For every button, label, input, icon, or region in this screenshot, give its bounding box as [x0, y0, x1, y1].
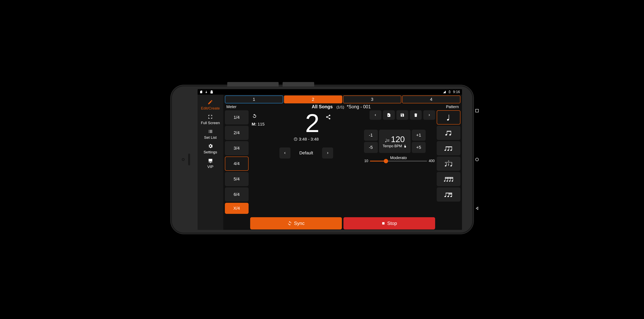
tempo-dec-1-button[interactable]: -1	[364, 130, 378, 141]
meter-custom[interactable]: X/4	[225, 203, 248, 214]
time-display: 3:48 - 3:48	[250, 137, 362, 142]
sdcard-icon	[200, 90, 203, 94]
song-save-button[interactable]	[396, 110, 408, 120]
sidebar-item-label: VIP	[207, 165, 214, 169]
clock-icon	[294, 137, 298, 141]
pattern-sixteenth[interactable]	[437, 172, 460, 186]
svg-rect-38	[445, 177, 453, 178]
meter-4-4[interactable]: 4/4	[225, 156, 248, 171]
nav-back-icon[interactable]	[475, 206, 479, 210]
android-nav-bar	[474, 86, 480, 233]
android-icon	[210, 90, 214, 94]
meter-label: Meter	[226, 104, 236, 109]
stop-button[interactable]: Stop	[344, 217, 435, 230]
svg-rect-39	[445, 178, 453, 179]
sidebar-item-label: Set List	[204, 136, 216, 140]
svg-rect-47	[448, 194, 452, 194]
svg-rect-24	[446, 146, 452, 147]
song-next-button[interactable]	[423, 110, 435, 120]
file-add-icon	[387, 113, 391, 117]
gear-icon	[208, 143, 213, 149]
svg-rect-10	[382, 222, 384, 224]
meter-2-4[interactable]: 2/4	[225, 126, 248, 140]
trash-icon	[414, 113, 418, 117]
sidebar-item-edit-create[interactable]: Edit/Create	[201, 100, 220, 110]
meter-3-4[interactable]: 3/4	[225, 141, 248, 155]
save-icon	[400, 113, 404, 117]
beat-row: 1 2 3 4	[225, 96, 460, 103]
svg-rect-17	[447, 131, 451, 132]
tempo-marking: Moderato	[390, 156, 407, 160]
svg-rect-12	[448, 115, 449, 120]
pattern-eighth-pair[interactable]	[437, 126, 460, 140]
song-new-button[interactable]	[383, 110, 395, 120]
svg-text:3: 3	[448, 160, 449, 162]
tempo-inc-1-button[interactable]: +1	[412, 130, 426, 141]
meter-1-4[interactable]: 1/4	[225, 110, 248, 124]
sidebar-item-settings[interactable]: Settings	[204, 143, 217, 154]
sidebar-item-full-screen[interactable]: Full Screen	[201, 114, 220, 125]
signal-icon	[443, 90, 446, 94]
battery-charging-icon	[448, 90, 451, 94]
meter-5-4[interactable]: 5/4	[225, 172, 248, 186]
set-next-button[interactable]	[322, 148, 333, 158]
nav-recent-icon[interactable]	[475, 108, 479, 113]
svg-point-1	[476, 158, 478, 161]
pattern-triplet-rest[interactable]: 3	[437, 156, 460, 171]
song-delete-button[interactable]	[410, 110, 422, 120]
current-beat-display: 2	[305, 110, 319, 136]
tempo-dec-5-button[interactable]: -5	[364, 142, 378, 153]
tempo-inc-5-button[interactable]: +5	[412, 142, 426, 153]
share-icon[interactable]	[326, 114, 331, 120]
beat-cell-1[interactable]: 1	[225, 96, 283, 103]
song-prev-button[interactable]	[370, 110, 382, 120]
svg-point-6	[329, 115, 330, 116]
quarter-note-icon	[446, 114, 451, 121]
stop-icon	[382, 221, 385, 225]
pattern-eighth-pair-2[interactable]	[437, 187, 460, 202]
reset-icon[interactable]	[252, 114, 257, 119]
pattern-quarter[interactable]	[437, 110, 460, 124]
chevron-right-icon	[428, 113, 430, 117]
eighth-pair-2-icon	[444, 192, 453, 198]
chevron-left-icon	[374, 113, 377, 117]
sidebar-item-label: Full Screen	[201, 121, 220, 125]
list-icon	[208, 129, 213, 134]
bpm-display[interactable]: ♩= 120 Tempo BPM	[379, 130, 411, 153]
beat-cell-3[interactable]: 3	[343, 96, 401, 103]
sidebar-item-set-list[interactable]: Set List	[204, 129, 216, 140]
svg-point-8	[329, 118, 330, 120]
pattern-label: Pattern	[446, 104, 459, 109]
beat-cell-4[interactable]: 4	[402, 96, 460, 103]
measure-count: M: 115	[252, 122, 264, 126]
fullscreen-icon	[208, 114, 213, 120]
status-time: 9:16	[453, 90, 460, 94]
set-prev-button[interactable]	[280, 148, 290, 158]
sidebar: Edit/Create Full Screen Set List Setting…	[198, 95, 223, 230]
status-bar: 9:16	[198, 89, 462, 95]
svg-rect-46	[446, 193, 452, 194]
tempo-slider[interactable]: Moderato	[370, 161, 427, 162]
chevron-right-icon	[326, 151, 329, 155]
svg-rect-29	[452, 163, 452, 166]
sync-icon	[287, 221, 292, 226]
sync-button[interactable]: Sync	[250, 217, 342, 230]
sidebar-item-vip[interactable]: VIP	[207, 158, 214, 169]
pencil-icon	[208, 100, 213, 105]
tap-icon	[403, 144, 407, 148]
nav-home-icon[interactable]	[475, 157, 479, 162]
pattern-triplet[interactable]	[437, 141, 460, 155]
set-name[interactable]: Default	[292, 150, 320, 156]
svg-point-7	[326, 116, 328, 118]
tempo-min: 10	[364, 159, 368, 163]
beat-cell-2[interactable]: 2	[284, 96, 342, 103]
monitor-icon	[208, 158, 213, 164]
sidebar-item-label: Edit/Create	[201, 106, 220, 110]
pattern-column: 3	[437, 110, 460, 230]
meter-6-4[interactable]: 6/4	[225, 187, 248, 202]
svg-rect-5	[449, 91, 450, 91]
sidebar-item-label: Settings	[204, 150, 217, 154]
eighth-pair-icon	[444, 130, 452, 136]
triplet-rest-icon: 3	[444, 160, 454, 167]
song-title[interactable]: All Songs (1/1) *Song - 001	[312, 104, 371, 110]
